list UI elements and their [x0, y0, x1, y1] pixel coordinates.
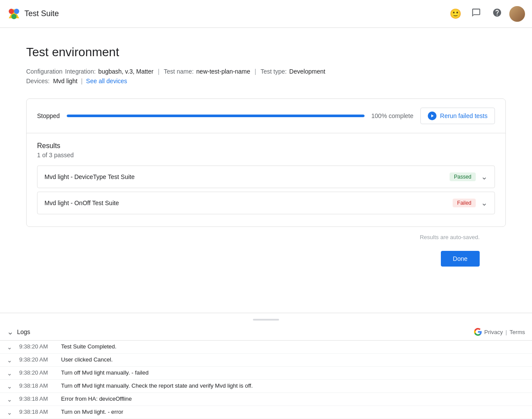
results-title: Results — [37, 142, 495, 150]
status-label: Stopped — [37, 112, 60, 119]
help-button[interactable] — [488, 5, 506, 23]
log-entry-2-chevron-icon: ⌄ — [7, 357, 12, 364]
test-item-1-chevron-icon: ⌄ — [481, 172, 488, 182]
log-entry-1-message: Test Suite Completed. — [61, 343, 525, 350]
scroll-bar — [253, 319, 279, 321]
separator-1: | — [158, 68, 160, 75]
integration-label: Integration: — [65, 68, 95, 75]
log-entry-4-message: Turn off Mvd light manually. Check the r… — [61, 382, 525, 389]
footer-links: Privacy | Terms — [474, 328, 525, 336]
logs-header-left: ⌄ Logs — [7, 327, 30, 337]
test-type-value: Development — [289, 68, 325, 75]
devices-label: Devices: — [26, 78, 50, 84]
footer-separator: | — [505, 329, 507, 335]
header-left: Test Suite — [7, 7, 59, 21]
svg-point-0 — [9, 9, 14, 14]
page-title: Test environment — [26, 45, 506, 59]
log-entry-5: ⌄ 9:38:18 AM Error from HA: deviceOfflin… — [0, 393, 532, 406]
feedback-button[interactable]: 🙂 — [447, 5, 464, 23]
rerun-failed-tests-button[interactable]: Rerun failed tests — [420, 108, 495, 124]
test-item-1-row[interactable]: Mvd light - DeviceType Test Suite Passed… — [38, 166, 494, 188]
progress-card: Stopped 100% complete Rerun failed tests… — [26, 98, 506, 227]
terms-link[interactable]: Terms — [510, 329, 525, 335]
log-entry-2: ⌄ 9:38:20 AM User clicked Cancel. — [0, 354, 532, 367]
separator-2: | — [255, 68, 256, 75]
header-right: 🙂 — [447, 5, 525, 23]
log-entry-3-chevron-icon: ⌄ — [7, 370, 12, 377]
rerun-icon — [428, 112, 437, 120]
test-item-2-badge: Failed — [453, 199, 476, 207]
log-entries: ⌄ 9:38:20 AM Test Suite Completed. ⌄ 9:3… — [0, 341, 532, 419]
log-entry-4-time: 9:38:18 AM — [19, 382, 54, 389]
log-entry-1: ⌄ 9:38:20 AM Test Suite Completed. — [0, 341, 532, 354]
app-header: Test Suite 🙂 — [0, 0, 532, 28]
log-entry-2-time: 9:38:20 AM — [19, 356, 54, 363]
test-name-label: Test name: — [164, 68, 194, 75]
test-item-2-name: Mvd light - OnOff Test Suite — [44, 199, 119, 206]
devices-separator: | — [81, 78, 83, 84]
log-entry-3-time: 9:38:20 AM — [19, 369, 54, 376]
log-entry-2-message: User clicked Cancel. — [61, 356, 525, 363]
test-item-1-right: Passed ⌄ — [450, 172, 488, 182]
auto-saved-text: Results are auto-saved. — [420, 234, 480, 240]
log-entry-4: ⌄ 9:38:18 AM Turn off Mvd light manually… — [0, 380, 532, 393]
log-entry-6-chevron-icon: ⌄ — [7, 409, 12, 416]
log-entry-6: ⌄ 9:38:18 AM Turn on Mvd light. - error — [0, 406, 532, 419]
test-item-1-badge: Passed — [450, 172, 476, 181]
integration-value: bugbash, v.3, Matter — [98, 68, 153, 75]
scroll-indicator — [0, 313, 532, 324]
devices-row: Devices: Mvd light | See all devices — [26, 78, 506, 84]
test-item-1: Mvd light - DeviceType Test Suite Passed… — [37, 166, 495, 188]
log-entry-5-message: Error from HA: deviceOffline — [61, 395, 525, 402]
app-title: Test Suite — [24, 9, 59, 18]
config-row: Configuration Integration: bugbash, v.3,… — [26, 68, 506, 75]
log-entry-5-time: 9:38:18 AM — [19, 395, 54, 402]
rerun-btn-label: Rerun failed tests — [440, 112, 488, 119]
avatar[interactable] — [509, 6, 525, 22]
log-entry-6-time: 9:38:18 AM — [19, 409, 54, 415]
results-section: Results 1 of 3 passed Mvd light - Device… — [27, 133, 505, 226]
privacy-link[interactable]: Privacy — [484, 329, 503, 335]
test-item-1-name: Mvd light - DeviceType Test Suite — [44, 173, 135, 180]
main-content: Test environment Configuration Integrati… — [0, 28, 532, 293]
log-entry-3: ⌄ 9:38:20 AM Turn off Mvd light manually… — [0, 367, 532, 380]
devices-value: Mvd light — [53, 78, 78, 84]
done-row: Done — [26, 247, 506, 275]
logs-expand-icon[interactable]: ⌄ — [7, 327, 14, 337]
help-icon — [492, 8, 502, 20]
test-item-2-chevron-icon: ⌄ — [481, 198, 488, 208]
logs-header: ⌄ Logs Privacy | Terms — [0, 324, 532, 341]
app-logo-icon — [7, 7, 21, 21]
test-type-label: Test type: — [260, 68, 286, 75]
auto-saved-row: Results are auto-saved. — [26, 227, 506, 247]
progress-bar-row: Stopped 100% complete Rerun failed tests — [27, 99, 505, 133]
test-item-2: Mvd light - OnOff Test Suite Failed ⌄ — [37, 192, 495, 214]
config-label: Configuration — [26, 68, 62, 75]
see-all-devices-link[interactable]: See all devices — [86, 78, 127, 84]
test-name-value: new-test-plan-name — [196, 68, 250, 75]
percent-label: 100% complete — [372, 112, 414, 119]
results-summary: 1 of 3 passed — [37, 152, 495, 159]
log-entry-4-chevron-icon: ⌄ — [7, 383, 12, 390]
logs-panel: ⌄ Logs Privacy | Terms ⌄ 9:38:20 AM Test… — [0, 313, 532, 419]
test-item-2-right: Failed ⌄ — [453, 198, 488, 208]
feedback-icon: 🙂 — [450, 8, 461, 20]
log-entry-3-message: Turn off Mvd light manually. - failed — [61, 369, 525, 376]
google-logo-icon — [474, 328, 482, 336]
log-entry-5-chevron-icon: ⌄ — [7, 396, 12, 403]
progress-bar-fill — [67, 115, 364, 117]
logs-title: Logs — [17, 328, 30, 335]
test-item-2-row[interactable]: Mvd light - OnOff Test Suite Failed ⌄ — [38, 192, 494, 214]
main-scroll: Test environment Configuration Integrati… — [0, 28, 532, 332]
svg-point-2 — [11, 14, 17, 19]
log-entry-1-chevron-icon: ⌄ — [7, 344, 12, 351]
log-entry-6-message: Turn on Mvd light. - error — [61, 409, 525, 415]
progress-bar-container — [67, 115, 364, 117]
log-entry-1-time: 9:38:20 AM — [19, 343, 54, 350]
done-button[interactable]: Done — [441, 251, 480, 267]
chat-button[interactable] — [467, 5, 485, 23]
chat-icon — [471, 8, 481, 20]
svg-point-1 — [14, 9, 19, 14]
